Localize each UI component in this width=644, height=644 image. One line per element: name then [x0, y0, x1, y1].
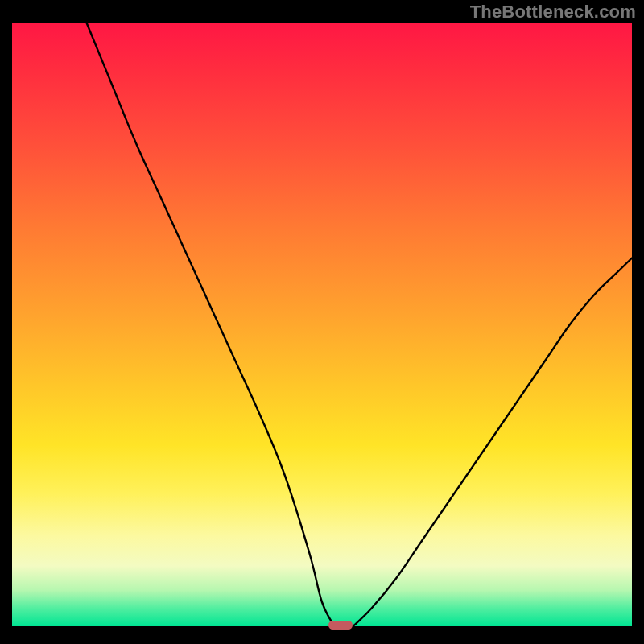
plot-wrap — [12, 23, 632, 632]
bottleneck-curve — [12, 23, 632, 626]
curve-right-branch — [353, 258, 633, 627]
chart-stage: TheBottleneck.com — [0, 0, 644, 644]
trough-marker — [328, 621, 353, 630]
curve-left-branch — [86, 23, 334, 626]
watermark-text: TheBottleneck.com — [470, 2, 636, 23]
